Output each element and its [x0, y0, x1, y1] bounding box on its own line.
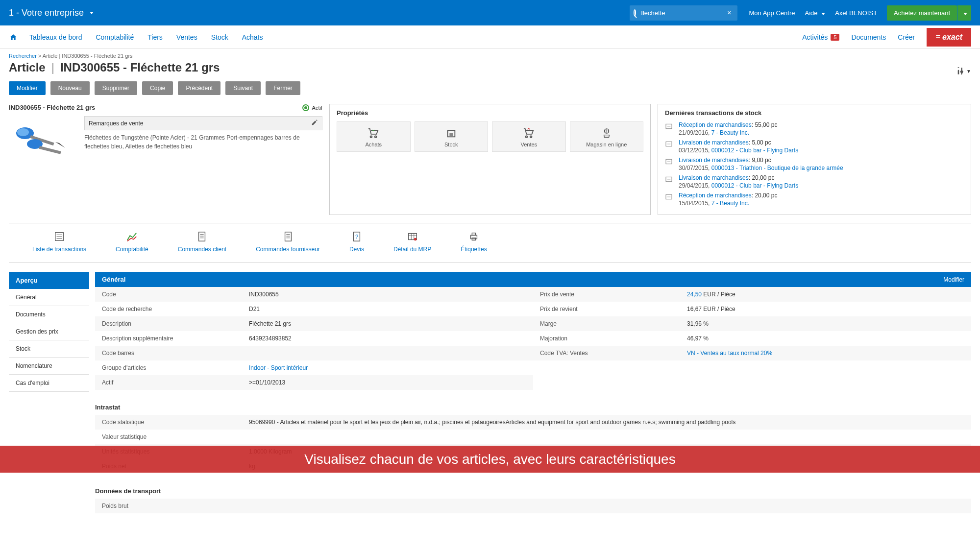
action-labels[interactable]: Étiquettes — [461, 230, 487, 253]
detail-value-link[interactable]: VN - Ventes au taux normal 20% — [687, 350, 772, 357]
detail-label: Prix de vente — [540, 291, 687, 298]
detail-label: Code — [102, 291, 249, 298]
detail-label: Code barres — [102, 350, 249, 357]
sidebar-item-stock[interactable]: Stock — [9, 340, 89, 358]
action-transactions-list[interactable]: Liste de transactions — [32, 230, 86, 253]
cart-down-icon — [339, 127, 408, 140]
detail-row: Code TVA: VentesVN - Ventes au taux norm… — [533, 346, 971, 360]
buy-now-button[interactable]: Achetez maintenant — [887, 5, 957, 21]
activities-link[interactable]: Activités 5 — [802, 33, 839, 41]
copy-button[interactable]: Copie — [142, 81, 173, 95]
detail-value-link[interactable]: 24,50 — [687, 291, 702, 298]
document-question-icon: ? — [349, 230, 364, 243]
user-link[interactable]: Axel BENOIST — [835, 9, 877, 17]
modify-button[interactable]: Modifier — [9, 81, 46, 95]
buy-now-dropdown[interactable] — [957, 5, 971, 21]
home-icon[interactable] — [9, 33, 18, 41]
property-tile-purchases[interactable]: Achats — [337, 121, 411, 152]
detail-row: Code barres — [95, 346, 533, 360]
nav-tab-relations[interactable]: Tiers — [147, 33, 163, 41]
company-name: 1 - Votre entreprise — [9, 8, 84, 18]
transaction-type-link[interactable]: Livraison de marchandises — [679, 174, 749, 181]
transaction-type-link[interactable]: Réception de marchandises — [679, 121, 752, 128]
transaction-ref-link[interactable]: 0000013 - Triathlon - Boutique de la gra… — [711, 165, 843, 171]
detail-value: 46,97 % — [687, 335, 964, 342]
nav-tab-dashboards[interactable]: Tableaux de bord — [29, 33, 82, 41]
app-centre-link[interactable]: Mon App Centre — [749, 9, 795, 17]
detail-row: Prix de vente24,50 EUR / Pièce — [533, 287, 971, 302]
detail-label: Description — [102, 320, 249, 327]
search-box[interactable]: × — [630, 5, 737, 21]
sidebar-item-bom[interactable]: Nomenclature — [9, 358, 89, 375]
documents-link[interactable]: Documents — [851, 33, 886, 41]
detail-value-link[interactable]: Indoor - Sport intérieur — [249, 364, 308, 371]
close-button[interactable]: Fermer — [266, 81, 300, 95]
transaction-ref-link[interactable]: 7 - Beauty Inc. — [711, 129, 749, 136]
nav-tab-stock[interactable]: Stock — [211, 33, 228, 41]
edit-icon[interactable] — [311, 119, 318, 127]
delete-button[interactable]: Supprimer — [95, 81, 137, 95]
property-tile-online-shop[interactable]: Magasin en ligne — [570, 121, 644, 152]
action-quotes[interactable]: ? Devis — [349, 230, 364, 253]
section-modify-link[interactable]: Modifier — [943, 276, 964, 283]
transaction-date: 15/04/2015 — [679, 200, 708, 207]
company-selector[interactable]: 1 - Votre entreprise — [9, 8, 94, 18]
status-active-icon — [302, 104, 309, 111]
section-heading-general: Général — [102, 276, 125, 283]
transaction-ref-link[interactable]: 7 - Beauty Inc. — [711, 200, 749, 207]
transaction-type-link[interactable]: Livraison de marchandises — [679, 139, 749, 146]
transaction-qty: 5,00 pc — [752, 139, 771, 146]
detail-row: Actif>=01/10/2013 — [95, 375, 533, 390]
detail-label: Poids brut — [102, 503, 249, 509]
search-clear-icon[interactable]: × — [725, 9, 733, 17]
detail-value: >=01/10/2013 — [249, 379, 526, 386]
properties-heading: Propriétés — [337, 109, 643, 117]
svg-rect-34 — [472, 233, 475, 236]
action-supplier-orders[interactable]: Commandes fournisseur — [256, 230, 320, 253]
detail-value — [249, 503, 964, 509]
transaction-ref-link[interactable]: 0000012 - Club bar - Flying Darts — [711, 147, 798, 154]
prev-button[interactable]: Précédent — [178, 81, 220, 95]
printer-icon — [461, 230, 487, 243]
nav-tab-sales[interactable]: Ventes — [176, 33, 197, 41]
svg-rect-33 — [471, 235, 477, 239]
sidebar-item-general[interactable]: Général — [9, 289, 89, 306]
action-accounting[interactable]: Comptabilité — [116, 230, 148, 253]
action-customer-orders[interactable]: Commandes client — [178, 230, 226, 253]
breadcrumb-search[interactable]: Rechercher — [9, 53, 37, 59]
transaction-ref-link[interactable]: 0000012 - Club bar - Flying Darts — [711, 182, 798, 189]
warehouse-icon — [417, 127, 486, 140]
document-icon — [178, 230, 226, 243]
help-link[interactable]: Aide — [805, 9, 825, 17]
nav-tab-purchases[interactable]: Achats — [242, 33, 263, 41]
search-icon — [634, 9, 637, 16]
transaction-date: 03/12/2015 — [679, 147, 708, 154]
sidebar-item-use-cases[interactable]: Cas d'emploi — [9, 375, 89, 392]
create-link[interactable]: Créer — [898, 33, 915, 41]
next-button[interactable]: Suivant — [225, 81, 261, 95]
detail-value: D21 — [249, 306, 526, 312]
detail-row: Poids brut — [95, 499, 971, 513]
svg-rect-7 — [449, 133, 453, 137]
new-button[interactable]: Nouveau — [50, 81, 90, 95]
action-label: Détail du MRP — [393, 246, 431, 253]
exact-logo: = exact — [927, 28, 971, 47]
search-input[interactable] — [639, 7, 725, 19]
action-mrp-detail[interactable]: Détail du MRP — [393, 230, 431, 253]
nav-tab-accounting[interactable]: Comptabilité — [96, 33, 134, 41]
detail-row: Code de rechercheD21 — [95, 302, 533, 316]
document-icon — [256, 230, 320, 243]
transaction-type-link[interactable]: Livraison de marchandises — [679, 157, 749, 164]
detail-value: 16,67 EUR / Pièce — [687, 306, 964, 312]
detail-label: Code de recherche — [102, 306, 249, 312]
transaction-type-link[interactable]: Réception de marchandises — [679, 192, 752, 199]
transaction-date: 21/09/2016 — [679, 129, 708, 136]
cart-up-icon — [494, 127, 564, 140]
property-tile-sales[interactable]: Ventes — [492, 121, 566, 152]
sidebar-item-pricing[interactable]: Gestion des prix — [9, 323, 89, 340]
detail-row: Groupe d'articlesIndoor - Sport intérieu… — [95, 360, 533, 375]
page-tools-menu[interactable]: ▼ — [956, 67, 971, 75]
sidebar-item-documents[interactable]: Documents — [9, 306, 89, 323]
svg-point-32 — [414, 238, 416, 241]
property-tile-stock[interactable]: Stock — [415, 121, 489, 152]
